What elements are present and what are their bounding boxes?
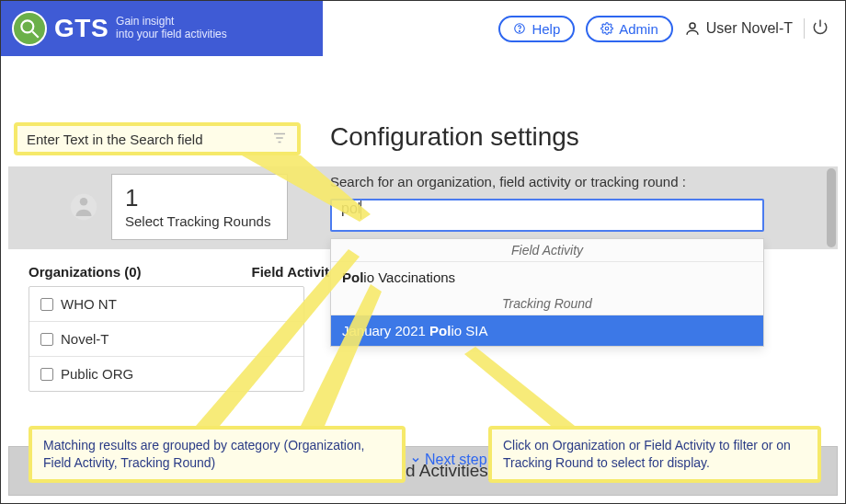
dropdown-group-field-activity: Field Activity: [331, 239, 763, 262]
scrollbar-thumb[interactable]: [827, 168, 836, 247]
step-icon: [56, 174, 111, 240]
help-label: Help: [532, 21, 560, 37]
search-input-value: pol: [341, 200, 360, 216]
svg-point-4: [605, 27, 609, 30]
org-row-who-nt[interactable]: WHO NT: [29, 287, 303, 322]
step-card[interactable]: 1 Select Tracking Rounds: [111, 174, 288, 240]
power-icon: [812, 18, 829, 35]
org-row-public-org[interactable]: Public ORG: [29, 357, 303, 391]
topbar-actions: Help Admin User Novel-T: [498, 16, 829, 42]
user-icon: [684, 20, 701, 37]
column-headers: Organizations (0) Field Activities (0): [29, 264, 369, 280]
search-input[interactable]: pol: [330, 199, 764, 232]
callout-click-hint: Click on Organization or Field Activity …: [488, 426, 821, 483]
filter-icon: [271, 130, 288, 149]
svg-point-3: [520, 30, 520, 31]
step-label: Select Tracking Rounds: [125, 213, 270, 229]
svg-point-10: [71, 194, 97, 220]
dropdown-group-tracking-round: Tracking Round: [331, 292, 763, 315]
brand-name: GTS: [54, 14, 109, 43]
search-dropdown: Field Activity Polio Vaccinations Tracki…: [330, 238, 764, 347]
user-name: User Novel-T: [706, 20, 793, 37]
checkbox[interactable]: [40, 368, 53, 381]
svg-point-5: [690, 23, 695, 29]
user-chip[interactable]: User Novel-T: [684, 20, 793, 37]
chevron-down-icon: [410, 454, 421, 465]
help-button[interactable]: Help: [498, 16, 575, 42]
step-indicator: 1 Select Tracking Rounds: [56, 174, 288, 240]
org-row-novel-t[interactable]: Novel-T: [29, 322, 303, 357]
callout-search-hint-text: Enter Text in the Search field: [27, 132, 203, 147]
page-title: Configuration settings: [330, 122, 579, 152]
svg-line-1: [32, 31, 39, 38]
tagline-line2: into your field activities: [116, 29, 227, 41]
search-area: Search for an organization, field activi…: [330, 174, 825, 232]
svg-marker-15: [464, 347, 575, 426]
tagline: Gain insight into your field activities: [116, 16, 227, 41]
step-number: 1: [125, 186, 270, 210]
admin-label: Admin: [619, 21, 658, 37]
svg-point-0: [21, 20, 33, 32]
logo: GTS Gain insight into your field activit…: [12, 11, 323, 46]
dropdown-item-jan2021-polio-sia[interactable]: January 2021 Polio SIA: [331, 315, 763, 346]
svg-point-11: [80, 198, 88, 206]
topbar: GTS Gain insight into your field activit…: [1, 1, 845, 56]
search-label: Search for an organization, field activi…: [330, 174, 825, 189]
callout-search-hint: Enter Text in the Search field: [14, 122, 301, 155]
logo-mark: [12, 11, 47, 46]
checkbox[interactable]: [40, 333, 53, 346]
callout-grouped: Matching results are grouped by category…: [29, 426, 406, 483]
tagline-line1: Gain insight: [116, 16, 227, 29]
org-list: WHO NT Novel-T Public ORG: [29, 286, 304, 392]
next-step-label: Next step: [425, 452, 487, 468]
next-step-link[interactable]: Next step: [410, 452, 487, 468]
checkbox[interactable]: [40, 298, 53, 311]
logout-button[interactable]: [804, 18, 829, 39]
admin-button[interactable]: Admin: [586, 16, 673, 42]
col-organizations: Organizations (0): [29, 264, 142, 280]
dropdown-item-polio-vaccinations[interactable]: Polio Vaccinations: [331, 262, 763, 292]
